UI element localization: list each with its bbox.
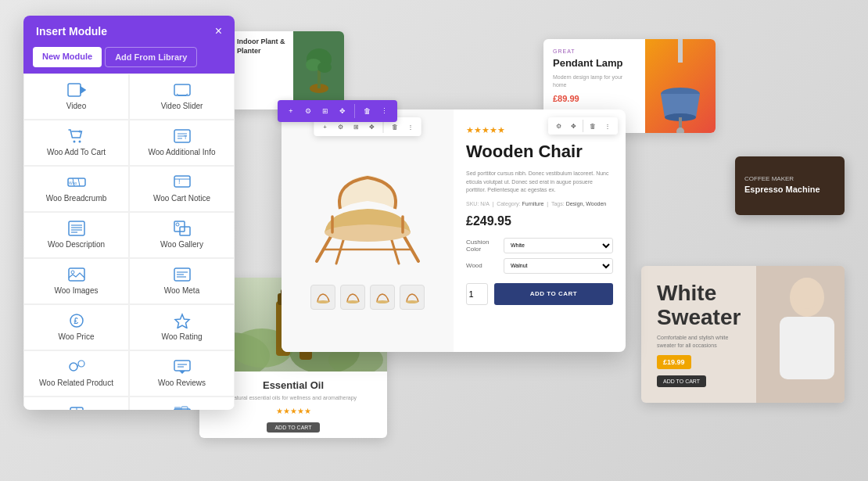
svg-line-25: [403, 234, 418, 261]
woo-rating-icon: [173, 313, 192, 328]
svg-text:£: £: [74, 317, 78, 325]
chair-card-info: ⚙ ✥ 🗑 ⋮ ★★★★★ Wooden Chair Sed porttitor…: [454, 109, 626, 352]
svg-rect-77: [174, 361, 190, 371]
chair-toolbar-delete[interactable]: 🗑: [389, 120, 401, 133]
svg-line-24: [317, 234, 332, 261]
svg-text:Woo: Woo: [69, 181, 77, 185]
sweater-card-price: £19.99: [657, 355, 691, 369]
toolbar-add-icon[interactable]: +: [284, 104, 298, 118]
sweater-add-to-cart[interactable]: ADD TO CART: [657, 375, 706, 387]
svg-point-10: [676, 127, 684, 133]
pendant-card-image: [645, 39, 716, 133]
toolbar-settings-icon[interactable]: ⚙: [301, 104, 315, 118]
tab-new-module[interactable]: New Module: [33, 47, 102, 67]
panel-close-button[interactable]: ×: [215, 25, 222, 38]
svg-rect-36: [68, 84, 81, 96]
plant-card: Indoor Plant & Planter: [231, 31, 344, 109]
chair-info-toolbar[interactable]: ⚙ ✥ 🗑 ⋮: [548, 117, 618, 135]
woo-related-icon: [67, 359, 86, 375]
oil-add-to-cart[interactable]: ADD TO CART: [267, 422, 319, 433]
info-toolbar-settings[interactable]: ⚙: [552, 120, 565, 132]
panel-tabs: New Module Add From Library: [23, 47, 235, 74]
chair-toolbar-settings[interactable]: ⚙: [335, 120, 347, 133]
panel-item-woo-tabs[interactable]: Woo Tabs: [129, 397, 235, 410]
chair-thumb-4[interactable]: [400, 285, 425, 310]
woo-reviews-icon: [173, 359, 192, 375]
toolbar-move-icon[interactable]: ✥: [335, 104, 350, 118]
chair-toolbar-move[interactable]: ✥: [366, 120, 378, 133]
woo-description-icon: [67, 221, 86, 236]
sweater-card-image: [756, 266, 845, 403]
svg-point-64: [176, 223, 179, 226]
panel-item-woo-breadcrumb[interactable]: Woo Woo Breadcrumb: [23, 166, 129, 212]
chair-quantity[interactable]: [466, 283, 488, 305]
plant-card-image: [293, 31, 344, 109]
svg-rect-13: [780, 317, 834, 379]
woo-info-label: Woo Additional Info: [149, 147, 216, 157]
insert-module-panel: Insert Module × New Module Add From Libr…: [23, 16, 235, 410]
woo-info-icon: T: [173, 128, 192, 144]
toolbar-delete-icon[interactable]: 🗑: [360, 104, 374, 118]
chair-card: + ⚙ ⊞ ✥ 🗑 ⋮: [282, 109, 626, 352]
chair-thumb-1[interactable]: [310, 285, 335, 310]
chair-meta: SKU: N/A | Category: Furniture | Tags: D…: [466, 201, 613, 206]
panel-item-woo-price[interactable]: £ Woo Price: [23, 304, 129, 350]
wood-select[interactable]: Walnut Oak: [504, 258, 613, 274]
svg-point-4: [317, 62, 332, 73]
svg-rect-38: [174, 84, 190, 95]
oil-card-stars: ★★★★★: [207, 407, 379, 415]
panel-item-woo-stock[interactable]: Woo Stock: [23, 397, 129, 410]
toolbar-duplicate-icon[interactable]: ⊞: [318, 104, 332, 118]
pendant-card-price: £89.99: [553, 94, 636, 103]
woo-rating-label: Woo Rating: [161, 332, 202, 342]
chair-main-image: [305, 145, 430, 271]
chair-title: Wooden Chair: [466, 142, 613, 162]
panel-item-woo-gallery[interactable]: Woo Gallery: [129, 212, 235, 258]
chair-outer-toolbar[interactable]: + ⚙ ⊞ ✥ 🗑 ⋮: [278, 100, 397, 122]
chair-toolbar-grid[interactable]: ⊞: [350, 120, 363, 133]
svg-point-35: [406, 300, 418, 303]
panel-item-woo-reviews[interactable]: Woo Reviews: [129, 350, 235, 397]
panel-scroll-area[interactable]: Video Video Slider + Woo Add To Cart T: [23, 74, 235, 410]
panel-item-woo-images[interactable]: Woo Images: [23, 258, 129, 304]
panel-item-woo-description[interactable]: Woo Description: [23, 212, 129, 258]
woo-related-label: Woo Related Product: [39, 378, 113, 388]
video-label: Video: [66, 101, 86, 111]
panel-item-woo-notice[interactable]: ! Woo Cart Notice: [129, 166, 235, 212]
svg-text:+: +: [78, 129, 81, 135]
color-label: Cushion Color: [466, 239, 497, 253]
panel-item-woo-related[interactable]: Woo Related Product: [23, 350, 129, 397]
panel-item-woo-cart[interactable]: + Woo Add To Cart: [23, 120, 129, 166]
svg-point-42: [73, 141, 75, 143]
info-toolbar-move[interactable]: ✥: [567, 120, 579, 132]
woo-breadcrumb-icon: Woo: [67, 174, 86, 190]
woo-price-icon: £: [67, 313, 86, 328]
info-toolbar-more[interactable]: ⋮: [601, 120, 614, 132]
chair-toolbar-more[interactable]: ⋮: [404, 120, 417, 133]
info-toolbar-delete[interactable]: 🗑: [586, 120, 599, 132]
svg-text:T: T: [184, 135, 188, 140]
sweater-card: White Sweater Comfortable and stylish wh…: [641, 266, 845, 403]
svg-point-66: [71, 271, 74, 274]
chair-thumb-3[interactable]: [370, 285, 395, 310]
color-select[interactable]: White Black: [504, 238, 613, 253]
chair-toolbar-add[interactable]: +: [319, 120, 332, 133]
svg-point-32: [317, 300, 329, 303]
plant-card-title: Indoor Plant & Planter: [231, 31, 293, 109]
info-toolbar-sep: [583, 120, 583, 132]
panel-item-woo-info[interactable]: T Woo Additional Info: [129, 120, 235, 166]
chair-card-image-area: + ⚙ ⊞ ✥ 🗑 ⋮: [282, 109, 454, 352]
panel-item-woo-meta[interactable]: Woo Meta: [129, 258, 235, 304]
panel-item-video[interactable]: Video: [23, 74, 129, 120]
tab-add-from-library[interactable]: Add From Library: [105, 47, 197, 67]
chair-option-color: Cushion Color White Black: [466, 238, 613, 253]
chair-thumb-2[interactable]: [340, 285, 365, 310]
panel-item-woo-rating[interactable]: Woo Rating: [129, 304, 235, 350]
chair-add-to-cart[interactable]: ADD TO CART: [494, 283, 613, 305]
pendant-card-title: Pendant Lamp: [553, 57, 636, 69]
toolbar-more-icon[interactable]: ⋮: [377, 104, 391, 118]
chair-thumbnails: [304, 278, 431, 316]
chair-options: Cushion Color White Black Wood Walnut Oa…: [466, 238, 613, 274]
woo-description-label: Woo Description: [48, 239, 105, 249]
panel-item-video-slider[interactable]: Video Slider: [129, 74, 235, 120]
